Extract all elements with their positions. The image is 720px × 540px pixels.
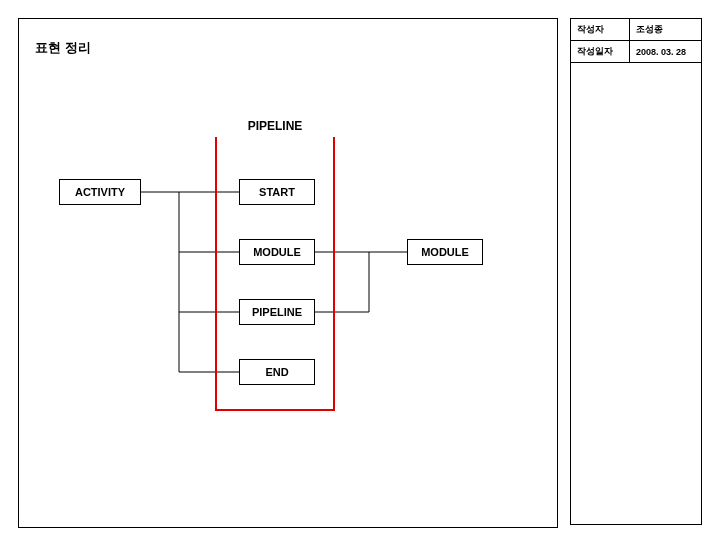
page-title: 표현 정리 [35,39,91,57]
node-pipeline-inner: PIPELINE [239,299,315,325]
node-module-2: MODULE [407,239,483,265]
main-panel: 표현 정리 PIPELINE ACTIVITY START MODULE PIP… [18,18,558,528]
info-table: 작성자 조성종 작성일자 2008. 03. 28 [570,18,702,63]
info-date-value: 2008. 03. 28 [629,41,701,63]
info-row-author: 작성자 조성종 [571,19,702,41]
node-module-1: MODULE [239,239,315,265]
pipeline-container-label: PIPELINE [215,115,335,137]
side-panel: 작성자 조성종 작성일자 2008. 03. 28 [570,18,702,528]
node-end: END [239,359,315,385]
node-activity: ACTIVITY [59,179,141,205]
side-panel-body [570,63,702,525]
info-author-value: 조성종 [629,19,701,41]
info-author-label: 작성자 [571,19,630,41]
info-date-label: 작성일자 [571,41,630,63]
info-row-date: 작성일자 2008. 03. 28 [571,41,702,63]
node-start: START [239,179,315,205]
